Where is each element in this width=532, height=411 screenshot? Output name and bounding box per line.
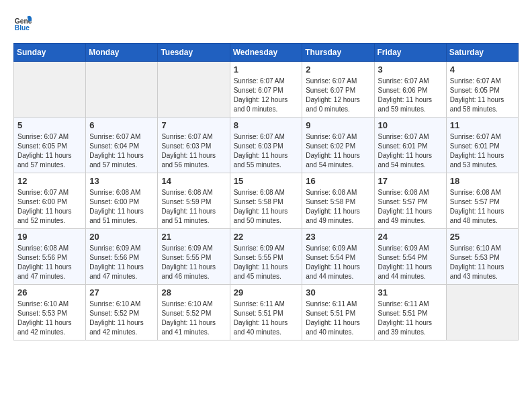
calendar-cell: 9Sunrise: 6:07 AM Sunset: 6:02 PM Daylig… [302, 118, 374, 173]
day-number: 16 [306, 176, 370, 186]
calendar-week-row: 12Sunrise: 6:07 AM Sunset: 6:00 PM Dayli… [14, 173, 519, 229]
day-number: 28 [161, 287, 226, 298]
day-info: Sunrise: 6:07 AM Sunset: 6:01 PM Dayligh… [378, 132, 443, 170]
day-info: Sunrise: 6:07 AM Sunset: 6:03 PM Dayligh… [234, 132, 299, 170]
day-number: 15 [234, 176, 299, 186]
calendar-cell [158, 62, 230, 118]
day-info: Sunrise: 6:11 AM Sunset: 5:51 PM Dayligh… [234, 300, 299, 337]
day-number: 22 [234, 232, 299, 242]
day-info: Sunrise: 6:08 AM Sunset: 5:58 PM Dayligh… [306, 188, 370, 226]
calendar-cell: 20Sunrise: 6:09 AM Sunset: 5:56 PM Dayli… [86, 229, 158, 285]
day-info: Sunrise: 6:08 AM Sunset: 5:57 PM Dayligh… [450, 188, 515, 226]
calendar-cell: 8Sunrise: 6:07 AM Sunset: 6:03 PM Daylig… [230, 118, 302, 173]
day-info: Sunrise: 6:11 AM Sunset: 5:51 PM Dayligh… [378, 300, 443, 337]
weekday-header: Thursday [302, 44, 374, 62]
calendar-cell: 26Sunrise: 6:10 AM Sunset: 5:53 PM Dayli… [14, 285, 86, 340]
calendar-cell: 28Sunrise: 6:10 AM Sunset: 5:52 PM Dayli… [158, 285, 230, 340]
day-number: 27 [89, 287, 154, 298]
calendar-cell: 10Sunrise: 6:07 AM Sunset: 6:01 PM Dayli… [374, 118, 446, 173]
day-number: 1 [234, 64, 299, 75]
day-number: 7 [161, 120, 226, 130]
day-number: 6 [89, 120, 154, 130]
day-number: 31 [378, 287, 443, 298]
day-number: 5 [17, 120, 82, 130]
calendar-cell: 27Sunrise: 6:10 AM Sunset: 5:52 PM Dayli… [86, 285, 158, 340]
page-header: General Blue [13, 13, 519, 32]
weekday-header: Saturday [446, 44, 518, 62]
day-number: 13 [89, 176, 154, 186]
day-number: 21 [161, 232, 226, 242]
day-info: Sunrise: 6:10 AM Sunset: 5:52 PM Dayligh… [161, 300, 226, 337]
calendar-cell: 13Sunrise: 6:08 AM Sunset: 6:00 PM Dayli… [86, 173, 158, 229]
calendar-cell: 29Sunrise: 6:11 AM Sunset: 5:51 PM Dayli… [230, 285, 302, 340]
day-number: 2 [306, 64, 370, 75]
calendar-week-row: 5Sunrise: 6:07 AM Sunset: 6:05 PM Daylig… [14, 118, 519, 173]
day-info: Sunrise: 6:10 AM Sunset: 5:53 PM Dayligh… [17, 300, 82, 337]
calendar-week-row: 19Sunrise: 6:08 AM Sunset: 5:56 PM Dayli… [14, 229, 519, 285]
day-info: Sunrise: 6:07 AM Sunset: 6:00 PM Dayligh… [17, 188, 82, 226]
calendar-cell: 7Sunrise: 6:07 AM Sunset: 6:03 PM Daylig… [158, 118, 230, 173]
calendar-cell: 4Sunrise: 6:07 AM Sunset: 6:05 PM Daylig… [446, 62, 518, 118]
calendar-cell: 12Sunrise: 6:07 AM Sunset: 6:00 PM Dayli… [14, 173, 86, 229]
day-number: 11 [450, 120, 515, 130]
calendar-week-row: 1Sunrise: 6:07 AM Sunset: 6:07 PM Daylig… [14, 62, 519, 118]
day-number: 12 [17, 176, 82, 186]
calendar-header-row: SundayMondayTuesdayWednesdayThursdayFrid… [14, 44, 519, 62]
day-number: 14 [161, 176, 226, 186]
weekday-header: Wednesday [230, 44, 302, 62]
day-info: Sunrise: 6:07 AM Sunset: 6:04 PM Dayligh… [89, 132, 154, 170]
calendar-cell [14, 62, 86, 118]
day-number: 3 [378, 64, 443, 75]
day-info: Sunrise: 6:08 AM Sunset: 5:56 PM Dayligh… [17, 244, 82, 281]
calendar-week-row: 26Sunrise: 6:10 AM Sunset: 5:53 PM Dayli… [14, 285, 519, 340]
day-info: Sunrise: 6:08 AM Sunset: 5:57 PM Dayligh… [378, 188, 443, 226]
day-number: 9 [306, 120, 370, 130]
calendar-cell: 11Sunrise: 6:07 AM Sunset: 6:01 PM Dayli… [446, 118, 518, 173]
calendar-cell: 1Sunrise: 6:07 AM Sunset: 6:07 PM Daylig… [230, 62, 302, 118]
weekday-header: Sunday [14, 44, 86, 62]
day-number: 20 [89, 232, 154, 242]
day-number: 23 [306, 232, 370, 242]
day-info: Sunrise: 6:07 AM Sunset: 6:01 PM Dayligh… [450, 132, 515, 170]
day-number: 30 [306, 287, 370, 298]
calendar-cell: 14Sunrise: 6:08 AM Sunset: 5:59 PM Dayli… [158, 173, 230, 229]
day-info: Sunrise: 6:07 AM Sunset: 6:03 PM Dayligh… [161, 132, 226, 170]
calendar-cell: 19Sunrise: 6:08 AM Sunset: 5:56 PM Dayli… [14, 229, 86, 285]
day-info: Sunrise: 6:10 AM Sunset: 5:52 PM Dayligh… [89, 300, 154, 337]
calendar-cell: 16Sunrise: 6:08 AM Sunset: 5:58 PM Dayli… [302, 173, 374, 229]
calendar-cell: 30Sunrise: 6:11 AM Sunset: 5:51 PM Dayli… [302, 285, 374, 340]
day-number: 17 [378, 176, 443, 186]
calendar-cell: 17Sunrise: 6:08 AM Sunset: 5:57 PM Dayli… [374, 173, 446, 229]
day-info: Sunrise: 6:09 AM Sunset: 5:55 PM Dayligh… [234, 244, 299, 281]
day-info: Sunrise: 6:07 AM Sunset: 6:05 PM Dayligh… [450, 77, 515, 114]
calendar-cell: 22Sunrise: 6:09 AM Sunset: 5:55 PM Dayli… [230, 229, 302, 285]
weekday-header: Friday [374, 44, 446, 62]
day-number: 24 [378, 232, 443, 242]
day-info: Sunrise: 6:07 AM Sunset: 6:07 PM Dayligh… [306, 77, 370, 114]
day-info: Sunrise: 6:07 AM Sunset: 6:07 PM Dayligh… [234, 77, 299, 114]
calendar-cell: 15Sunrise: 6:08 AM Sunset: 5:58 PM Dayli… [230, 173, 302, 229]
day-number: 19 [17, 232, 82, 242]
day-info: Sunrise: 6:08 AM Sunset: 6:00 PM Dayligh… [89, 188, 154, 226]
calendar-cell [446, 285, 518, 340]
weekday-header: Monday [86, 44, 158, 62]
calendar-cell: 24Sunrise: 6:09 AM Sunset: 5:54 PM Dayli… [374, 229, 446, 285]
day-info: Sunrise: 6:10 AM Sunset: 5:53 PM Dayligh… [450, 244, 515, 281]
day-number: 10 [378, 120, 443, 130]
logo: General Blue [13, 13, 35, 32]
day-info: Sunrise: 6:09 AM Sunset: 5:56 PM Dayligh… [89, 244, 154, 281]
calendar-cell: 3Sunrise: 6:07 AM Sunset: 6:06 PM Daylig… [374, 62, 446, 118]
day-info: Sunrise: 6:11 AM Sunset: 5:51 PM Dayligh… [306, 300, 370, 337]
calendar-cell [86, 62, 158, 118]
calendar-cell: 18Sunrise: 6:08 AM Sunset: 5:57 PM Dayli… [446, 173, 518, 229]
weekday-header: Tuesday [158, 44, 230, 62]
calendar-cell: 31Sunrise: 6:11 AM Sunset: 5:51 PM Dayli… [374, 285, 446, 340]
day-info: Sunrise: 6:07 AM Sunset: 6:06 PM Dayligh… [378, 77, 443, 114]
svg-text:Blue: Blue [15, 24, 30, 32]
day-info: Sunrise: 6:08 AM Sunset: 5:58 PM Dayligh… [234, 188, 299, 226]
day-number: 26 [17, 287, 82, 298]
calendar-cell: 23Sunrise: 6:09 AM Sunset: 5:54 PM Dayli… [302, 229, 374, 285]
day-info: Sunrise: 6:07 AM Sunset: 6:02 PM Dayligh… [306, 132, 370, 170]
day-number: 18 [450, 176, 515, 186]
day-number: 8 [234, 120, 299, 130]
